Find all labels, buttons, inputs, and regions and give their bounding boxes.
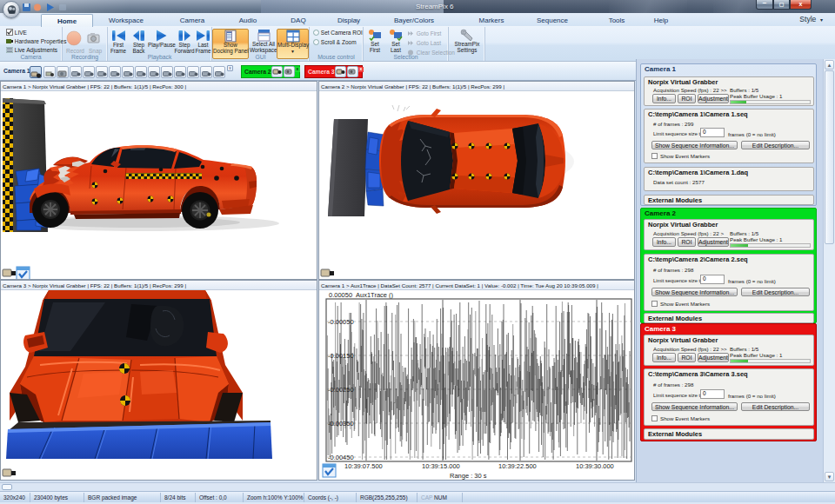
svg-text:10:39:30.000: 10:39:30.000 [576, 462, 614, 470]
svg-text:-0.00450: -0.00450 [328, 454, 354, 461]
svg-text:10:39:07.500: 10:39:07.500 [344, 462, 383, 470]
svg-text:Aux1Trace (): Aux1Trace () [356, 291, 394, 299]
svg-text:10:39:15.000: 10:39:15.000 [422, 462, 460, 470]
svg-text:0.00050: 0.00050 [329, 291, 352, 299]
svg-text:-0.00250: -0.00250 [328, 386, 354, 394]
svg-text:10:39:22.500: 10:39:22.500 [498, 462, 537, 470]
svg-text:-0.00050: -0.00050 [328, 318, 354, 326]
svg-text:-0.00350: -0.00350 [328, 420, 354, 428]
svg-text:Range : 30 s: Range : 30 s [450, 472, 487, 480]
svg-text:-0.00150: -0.00150 [328, 352, 354, 360]
